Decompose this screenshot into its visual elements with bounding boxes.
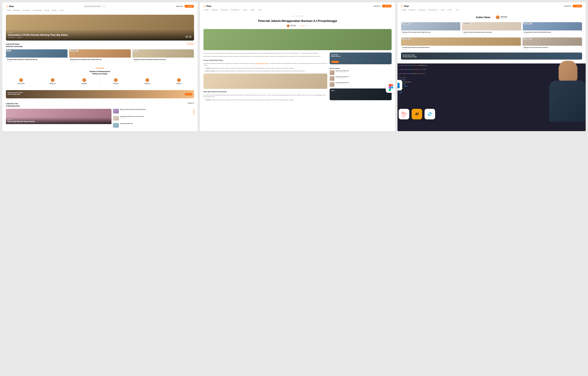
nav-sport[interactable]: Sport (454, 9, 459, 10)
mini-card[interactable]: Gaya pakaian pernikahan artis ini benera… (113, 116, 194, 122)
hot-news-header: Latest Hot News Good for Curiousity UP T… (6, 43, 194, 47)
nav-politic[interactable]: Politic (447, 9, 452, 10)
plus-icon (384, 6, 385, 7)
news-card[interactable]: ENTERTAINMENTBersepeda dapat membuat dir… (401, 37, 521, 51)
inline-link[interactable]: establish myself as an expert (255, 63, 269, 64)
upgrade-link[interactable]: Upgrade Pro (176, 6, 183, 7)
latest-main-image: Featured Rela Tampil Menarik Depan Wanit… (6, 109, 111, 124)
svg-rect-10 (418, 10, 419, 10)
news-card[interactable]: SPORTBersepeda dapat membuat diri menjad… (6, 49, 68, 63)
wfh-promo[interactable]: Bekerja Dari Rumah Hasilkan Ribuan Dolla… (401, 52, 582, 60)
avatar (496, 15, 500, 19)
nav-health[interactable]: Health (6, 10, 11, 11)
author-hero-info[interactable]: Rita Putria Sr Programmer (496, 15, 507, 19)
article-sidebar: Liburan Asik Dibayar Mencicil View Packa… (330, 52, 392, 104)
logo[interactable]: Maga (6, 5, 14, 8)
featured-tag: Featured (8, 31, 192, 33)
nav-foods[interactable]: Foods (44, 10, 49, 11)
news-card[interactable]: ENTERTAINMENTBeberapa artis ini merayaka… (69, 49, 131, 63)
mini-card[interactable]: Tips berpenampilan keren (113, 123, 194, 129)
author-card[interactable]: Sabrina Juli193 News (37, 77, 68, 87)
nav-foods[interactable]: Foods (439, 9, 445, 10)
hero-next-button[interactable]: › (189, 35, 192, 38)
author-card[interactable]: Ijan Malawi49 News (69, 77, 99, 87)
author-news-grid: ENTERTAINMENTBeberapa artis ini merayaka… (401, 22, 582, 36)
rating: ★★★★★ (12,490) (300, 25, 308, 26)
author-card[interactable]: Shayna Xin3,552 News (132, 77, 162, 87)
post-ads-button[interactable]: Post Ads (382, 5, 392, 7)
news-card[interactable]: ENTERTAINMENTBeberapa artis ini merayaka… (401, 22, 460, 36)
nav-politic[interactable]: Politic (52, 10, 57, 11)
mini-card[interactable]: Bikin house party tanpa biaya mahal, beg… (113, 109, 194, 115)
article-content: I'll be real. I held out on AI as long a… (203, 52, 327, 104)
nav-entertainment[interactable]: Entertainment (33, 10, 42, 11)
trophy-icon (257, 9, 258, 10)
nav-automotive[interactable]: Automotive (417, 9, 425, 10)
trade-promo[interactable]: Tukar... (330, 88, 392, 100)
building-icon (447, 9, 448, 10)
avatar (51, 78, 54, 82)
article-title: Peternak Jakarta Menggunakan Bantuan A.I… (203, 19, 392, 23)
post-ads-button[interactable]: Post Ads (573, 5, 582, 7)
logo[interactable]: Maga (203, 5, 211, 7)
nav-politic[interactable]: Politic (249, 9, 254, 10)
nav-entertainment[interactable]: Entertainment (230, 9, 239, 10)
author-card[interactable]: Dhi Pakao223 News (164, 77, 194, 87)
vacation-promo[interactable]: Liburan Asik Dibayar Mencicil View Packa… (330, 52, 392, 64)
nav-sport[interactable]: Sport (257, 9, 261, 10)
heart-icon (6, 10, 7, 11)
presenter-photo (546, 61, 586, 131)
author-news-title: Author News (476, 16, 490, 19)
hero-prev-button[interactable]: ‹ (185, 35, 188, 38)
briefcase-icon (211, 9, 213, 10)
get-started-button[interactable]: Get Started (185, 93, 192, 95)
hero-banner[interactable]: Featured Generation Z Prefer Remote Work… (6, 15, 194, 41)
search-input[interactable] (83, 5, 107, 8)
author-card[interactable]: Rita Putria15,296 News (101, 77, 131, 87)
nav-business[interactable]: Business (13, 10, 20, 11)
nav-health[interactable]: Health (203, 9, 209, 10)
news-card[interactable]: ENTERTAINMENTTerjadi demo pada ibu kota … (462, 22, 521, 36)
author-info[interactable]: Rita Putria Sr Programmer (287, 24, 296, 27)
svg-point-8 (402, 6, 403, 6)
article-body: I'll be real. I held out on AI as long a… (203, 52, 392, 104)
svg-rect-5 (211, 10, 212, 10)
post-ads-button[interactable]: Post Ads (184, 5, 194, 8)
insurance-promo[interactable]: Pilihan Asuransi Terbaik Untuk Pekerja T… (6, 90, 194, 98)
svg-point-4 (204, 6, 205, 6)
view-package-button[interactable]: View Package (331, 61, 339, 63)
explore-all-link[interactable]: Explore All (188, 103, 194, 104)
nav-health[interactable]: Health (401, 9, 406, 10)
nav-entertainment[interactable]: Entertainment (428, 9, 437, 10)
car-icon (417, 9, 419, 10)
nav-automotive[interactable]: Automotive (220, 9, 228, 10)
briefcase-icon (409, 9, 410, 10)
upgrade-link[interactable]: Upgrade Pro (564, 5, 571, 7)
nav-business[interactable]: Business (409, 9, 415, 10)
news-card[interactable]: POLITICTerjadi demo pada ibu kota jakart… (132, 49, 194, 63)
svg-rect-6 (220, 10, 221, 10)
author-card[interactable]: Junior Panrita3,482 News (6, 77, 36, 87)
avatar (145, 78, 149, 82)
nav-automotive[interactable]: Automotive (22, 10, 30, 11)
figma-icon (386, 82, 395, 93)
nav-business[interactable]: Business (211, 9, 218, 10)
news-card[interactable]: ENTERTAINMENTBeberapa artis ini merayaka… (522, 37, 582, 51)
homepage-panel: Maga Upgrade Pro Post Ads Health Busines… (2, 2, 198, 131)
upgrade-link[interactable]: Upgrade Pro (374, 5, 381, 7)
side-card[interactable]: Gaya pakaian pernikahan artis...12 Jun, … (330, 82, 392, 87)
header-actions: Upgrade Pro Post Ads (176, 5, 194, 8)
nav-foods[interactable]: Foods (242, 9, 247, 10)
logo[interactable]: Maga (401, 5, 409, 7)
latest-main[interactable]: Featured Rela Tampil Menarik Depan Wanit… (6, 109, 111, 129)
uptodate-badge: UP TO DATE (186, 43, 194, 45)
nav-sport[interactable]: Sport (59, 10, 64, 11)
filament-icon: fil (412, 109, 422, 119)
latest-title: Latest For You in Entertainment (6, 103, 20, 107)
side-card[interactable]: Gaya pakaian pernikahan artis...12 Jun, … (330, 70, 392, 75)
news-card[interactable]: ENTERTAINMENTBersepeda dapat membuat dir… (523, 22, 582, 36)
side-card[interactable]: Gaya pakaian pernikahan artis...12 Jun, … (330, 76, 392, 81)
hot-news-title: Latest Hot News Good for Curiousity (6, 43, 22, 47)
avatar (177, 78, 181, 82)
heart-icon (401, 9, 402, 10)
